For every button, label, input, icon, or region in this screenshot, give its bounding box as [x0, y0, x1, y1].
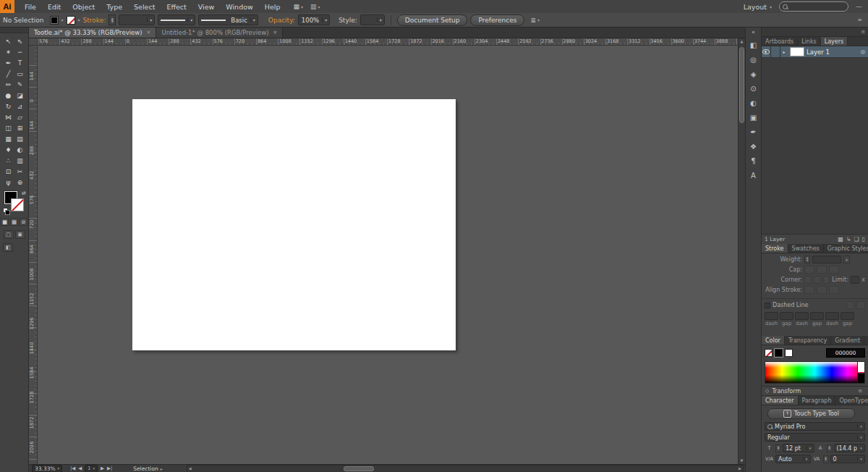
tab-Color[interactable]: Color [762, 336, 785, 345]
eraser-tool[interactable]: ◪ [14, 90, 26, 101]
layer-target-icon[interactable]: ◎ [858, 49, 868, 55]
artboard-number-combo[interactable]: 1▾ [85, 465, 98, 472]
weight-dropdown-icon[interactable]: ▾ [843, 256, 850, 264]
touch-type-tool-button[interactable]: T Touch Type Tool [767, 408, 855, 419]
menu-Select[interactable]: Select [128, 3, 161, 11]
gap-field[interactable] [810, 312, 824, 320]
slice-tool[interactable]: ✂ [14, 166, 26, 177]
search-input[interactable] [790, 3, 845, 11]
dash-align-button[interactable] [856, 301, 865, 309]
default-fill-stroke-icon[interactable] [3, 208, 9, 214]
font-size-combo[interactable]: 12 pt▾ [783, 444, 814, 452]
vertical-scrollbar[interactable]: ▲ ▼ [738, 38, 745, 464]
horizontal-scroll-thumb[interactable] [344, 466, 374, 471]
prev-artboard-icon[interactable]: ◀ [78, 465, 82, 471]
document-tab[interactable]: Tootle.ai* @ 33.33% (RGB/Preview)✕ [29, 28, 156, 38]
expand-layer-icon[interactable]: ▸ [780, 49, 788, 54]
stroke-weight-combo[interactable]: ▾ [119, 14, 155, 25]
tab-Transparency[interactable]: Transparency [785, 336, 831, 345]
arrange-documents-icon[interactable]: ▦▾ [293, 3, 303, 10]
tab-Graphic Styles[interactable]: Graphic Styles [824, 244, 868, 253]
blend-tool[interactable]: ◐ [14, 144, 26, 155]
black-swatch[interactable] [775, 349, 783, 357]
width-tool[interactable]: ⋈ [3, 111, 14, 122]
document-setup-button[interactable]: Document Setup [397, 14, 468, 26]
cap-round-button[interactable] [817, 266, 827, 274]
control-panel-menu-icon[interactable]: ≡ [857, 17, 865, 23]
font-family-combo[interactable]: Myriad Pro ▾ [765, 422, 865, 431]
transform-menu-icon[interactable]: ≡ [856, 388, 864, 394]
align-outside-button[interactable] [829, 286, 839, 294]
scroll-left-icon[interactable]: ◀ [187, 465, 193, 472]
hex-value-field[interactable]: 000000 [826, 348, 865, 358]
tab-Links[interactable]: Links [798, 37, 821, 46]
symbol-sprayer-tool[interactable]: ∴ [3, 155, 14, 166]
gradient-tool[interactable]: ▤ [14, 133, 26, 144]
align-options-icon[interactable]: ≣▾ [530, 17, 540, 24]
document-layout-icon[interactable]: ▥▾ [310, 3, 320, 10]
stroke-link[interactable]: Stroke: [83, 17, 106, 24]
symbols-icon[interactable]: ❖ [747, 140, 760, 153]
tab-Character[interactable]: Character [762, 396, 799, 405]
dash-field[interactable] [795, 312, 809, 320]
selection-tool[interactable]: ↖ [3, 35, 14, 46]
minimize-icon[interactable]: — [856, 3, 862, 10]
cap-projecting-button[interactable] [829, 266, 839, 274]
ruler-origin-corner[interactable] [29, 38, 38, 46]
last-artboard-icon[interactable]: ▶| [107, 465, 112, 471]
workspace-switcher[interactable]: Layout▾ [744, 3, 772, 11]
free-transform-tool[interactable]: ▱ [14, 111, 26, 122]
mesh-tool[interactable]: ▦ [3, 133, 14, 144]
expand-dock-icon[interactable]: « [752, 28, 755, 37]
transform-panel-header[interactable]: ◇ Transform ≡ [762, 386, 868, 396]
shape-builder-tool[interactable]: ◫ [3, 122, 14, 133]
zoom-combo[interactable]: 33.33%▾ [32, 465, 62, 472]
dash-preserve-button[interactable] [846, 301, 855, 309]
menu-Object[interactable]: Object [67, 3, 101, 11]
scroll-down-icon[interactable]: ▼ [739, 458, 745, 464]
limit-field[interactable] [851, 276, 859, 284]
menu-Help[interactable]: Help [259, 3, 286, 11]
horizontal-ruler[interactable]: 5764322881440144288432576720864100811521… [38, 38, 738, 46]
dash-field[interactable] [825, 312, 839, 320]
lasso-tool[interactable]: ∽ [14, 46, 26, 57]
toolbar-grip[interactable] [0, 28, 28, 33]
corner-bevel-button[interactable] [823, 276, 830, 284]
corner-miter-button[interactable] [804, 276, 812, 284]
layer-row[interactable]: ▸ Layer 1 ◎ [762, 46, 868, 58]
status-menu-icon[interactable]: ▸ [161, 466, 163, 471]
scroll-up-icon[interactable]: ▲ [739, 38, 745, 45]
rectangle-tool[interactable]: ▭ [14, 68, 26, 79]
close-tab-icon[interactable]: ✕ [147, 30, 151, 35]
stroke-swatch[interactable] [67, 16, 75, 25]
lock-cell[interactable] [771, 46, 780, 57]
dock-menu-icon[interactable]: ≡ [861, 29, 865, 35]
pen-tool[interactable]: ✒ [3, 57, 14, 68]
screen-mode-button[interactable]: ◧ [3, 243, 13, 252]
brush-definition-dropdown[interactable]: Basic▾ [198, 14, 258, 25]
menu-File[interactable]: File [19, 3, 42, 11]
align-center-button[interactable] [804, 286, 814, 294]
menu-View[interactable]: View [192, 3, 221, 11]
menu-Window[interactable]: Window [220, 3, 258, 11]
first-artboard-icon[interactable]: |◀ [70, 465, 75, 471]
scroll-right-icon[interactable]: ▶ [737, 465, 743, 472]
dash-field[interactable] [765, 312, 778, 320]
spectrum-black-swatch[interactable] [857, 373, 864, 383]
menu-Effect[interactable]: Effect [161, 3, 192, 11]
horizontal-scrollbar[interactable]: ◀ ▶ [187, 465, 744, 472]
stroke-color-swatch[interactable] [11, 198, 24, 211]
menu-Type[interactable]: Type [101, 3, 128, 11]
layer-name[interactable]: Layer 1 [807, 49, 858, 56]
document-tab[interactable]: Untitled-1* @ 800% (RGB/Preview)✕ [156, 28, 283, 38]
draw-normal-button[interactable]: ▢ [4, 230, 14, 239]
fill-swatch[interactable] [50, 16, 59, 25]
weight-stepper[interactable]: ▲▼ [804, 256, 810, 264]
font-style-combo[interactable]: Regular ▾ [765, 433, 865, 442]
tab-Swatches[interactable]: Swatches [788, 244, 824, 253]
cap-butt-button[interactable] [804, 266, 814, 274]
opacity-link[interactable]: Opacity: [268, 17, 295, 24]
tab-OpenType[interactable]: OpenType [835, 396, 868, 405]
zoom-tool[interactable]: ⊕ [14, 177, 26, 187]
direct-selection-tool[interactable]: ⇖ [14, 35, 26, 46]
